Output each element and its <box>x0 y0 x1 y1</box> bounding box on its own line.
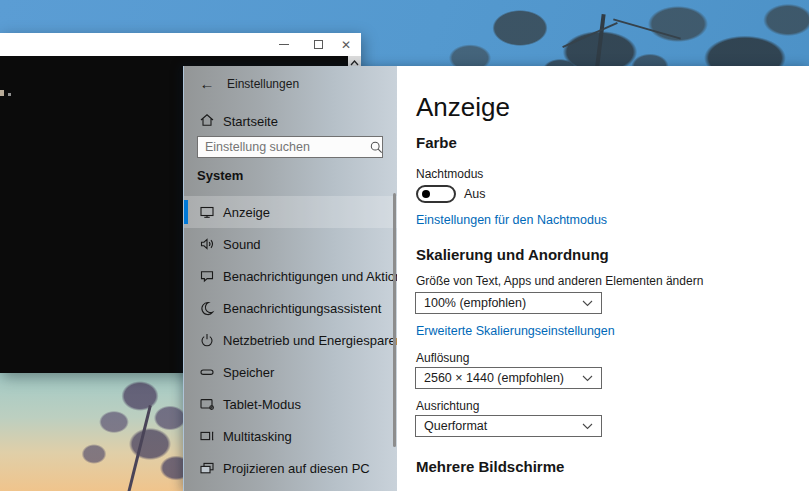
desktop-tree-bottom-left <box>30 372 184 491</box>
search-icon <box>370 141 383 154</box>
sidebar-item-startseite[interactable]: Startseite <box>184 106 397 136</box>
section-heading-mehrere-bildschirme: Mehrere Bildschirme <box>416 458 564 475</box>
sound-icon <box>199 236 215 252</box>
sidebar-item-benachrichtigungsassistent[interactable]: Benachrichtigungsassistent <box>184 292 397 324</box>
maximize-button[interactable] <box>306 33 330 56</box>
minimize-button[interactable] <box>272 33 296 56</box>
sidebar-item-label: Sound <box>223 237 261 252</box>
selected-accent-bar <box>184 200 188 224</box>
section-heading-skalierung: Skalierung und Anordnung <box>416 246 609 263</box>
night-mode-state: Aus <box>464 187 486 201</box>
maximize-icon <box>314 40 323 49</box>
advanced-scaling-link[interactable]: Erweiterte Skalierungseinstellungen <box>416 324 615 338</box>
chevron-down-icon <box>582 423 593 430</box>
search-input[interactable] <box>198 140 370 154</box>
sidebar-item-projizieren[interactable]: Projizieren auf diesen PC <box>184 452 397 484</box>
chevron-down-icon <box>582 300 593 307</box>
sidebar-item-label: Tablet-Modus <box>223 397 301 412</box>
sidebar-item-sound[interactable]: Sound <box>184 228 397 260</box>
sidebar-scrollbar-thumb[interactable] <box>393 193 396 447</box>
toggle-knob <box>422 190 430 198</box>
project-icon <box>199 460 215 476</box>
sidebar-item-label: Multitasking <box>223 429 292 444</box>
section-heading-farbe: Farbe <box>416 134 457 151</box>
minimize-icon <box>279 44 289 45</box>
orientation-label: Ausrichtung <box>416 399 479 413</box>
close-icon: ✕ <box>341 39 351 51</box>
terminal-cursor-fragment <box>8 93 11 96</box>
orientation-dropdown-value: Querformat <box>416 419 582 433</box>
sidebar-item-label: Anzeige <box>223 205 270 220</box>
scale-dropdown[interactable]: 100% (empfohlen) <box>415 292 602 314</box>
night-mode-settings-link[interactable]: Einstellungen für den Nachtmodus <box>416 213 607 227</box>
sidebar-item-label: Speicher <box>223 365 274 380</box>
storage-icon <box>199 364 215 380</box>
sidebar-item-label: Projizieren auf diesen PC <box>223 461 370 476</box>
orientation-dropdown[interactable]: Querformat <box>415 415 602 437</box>
settings-window: ← Einstellungen Startseite System Anzeig… <box>183 66 809 491</box>
chevron-down-icon <box>582 375 593 382</box>
resolution-label: Auflösung <box>416 351 469 365</box>
resolution-dropdown-value: 2560 × 1440 (empfohlen) <box>416 371 582 385</box>
sidebar-section-heading: System <box>197 168 243 183</box>
sidebar-item-label: Benachrichtigungen und Aktionen <box>223 269 417 284</box>
focus-assist-moon-icon <box>199 300 215 316</box>
sidebar-item-benachrichtigungen[interactable]: Benachrichtigungen und Aktionen <box>184 260 397 292</box>
notifications-icon <box>199 268 215 284</box>
sidebar-item-label: Startseite <box>223 114 278 129</box>
back-button[interactable]: ← <box>194 72 220 94</box>
resolution-dropdown[interactable]: 2560 × 1440 (empfohlen) <box>415 367 602 389</box>
window-title: Einstellungen <box>227 77 299 91</box>
multitasking-icon <box>199 428 215 444</box>
sidebar-item-multitasking[interactable]: Multitasking <box>184 420 397 452</box>
sidebar-item-label: Benachrichtigungsassistent <box>223 301 381 316</box>
settings-search-box[interactable] <box>197 136 383 158</box>
sidebar-item-tablet-modus[interactable]: Tablet-Modus <box>184 388 397 420</box>
scale-dropdown-value: 100% (empfohlen) <box>416 296 582 310</box>
sidebar-item-speicher[interactable]: Speicher <box>184 356 397 388</box>
night-mode-toggle[interactable] <box>416 185 456 203</box>
tablet-icon <box>199 396 215 412</box>
close-button[interactable]: ✕ <box>334 33 358 56</box>
scale-label: Größe von Text, Apps und anderen Element… <box>416 274 703 288</box>
home-icon <box>199 112 215 128</box>
settings-main-panel: Anzeige Farbe Nachtmodus Aus Einstellung… <box>397 66 809 491</box>
terminal-titlebar[interactable]: ✕ <box>0 33 361 56</box>
sidebar-item-label: Netzbetrieb und Energiesparen <box>223 333 403 348</box>
settings-sidebar: ← Einstellungen Startseite System Anzeig… <box>184 66 397 491</box>
night-mode-label: Nachtmodus <box>416 167 483 181</box>
sidebar-item-netzbetrieb[interactable]: Netzbetrieb und Energiesparen <box>184 324 397 356</box>
display-icon <box>199 204 215 220</box>
terminal-text-fragment <box>0 90 4 96</box>
page-title: Anzeige <box>416 92 510 123</box>
sidebar-item-anzeige[interactable]: Anzeige <box>184 196 397 228</box>
power-icon <box>199 332 215 348</box>
